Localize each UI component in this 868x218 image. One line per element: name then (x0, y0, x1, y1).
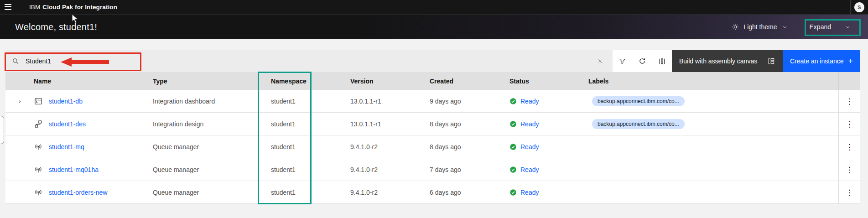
create-instance-button[interactable]: Create an instance + (783, 50, 860, 72)
row-overflow-menu[interactable]: ⋮ (838, 90, 860, 113)
dashboard-icon (34, 97, 43, 106)
column-header-version[interactable]: Version (350, 78, 430, 85)
column-header-status[interactable]: Status (509, 78, 588, 85)
header-user-area: S (850, 0, 868, 15)
table-toolbar: Student1 (5, 50, 860, 72)
build-button-label: Build with assembly canvas (679, 57, 757, 65)
queue-manager-icon (34, 165, 43, 174)
page-title: Welcome, student1! (15, 22, 97, 32)
status-ready-icon (509, 166, 517, 173)
expand-dropdown[interactable]: Expand (803, 20, 857, 34)
version-cell: 9.4.1.0-r2 (350, 166, 430, 173)
search-icon (5, 57, 26, 65)
instances-table: Name Type Namespace Version Created Stat… (5, 72, 860, 204)
namespace-cell: student1 (271, 189, 350, 196)
chevron-down-icon (845, 24, 851, 30)
table-row: student1-des Integration design student1… (5, 113, 860, 135)
table-action-icons (613, 50, 672, 72)
type-cell: Queue manager (153, 189, 271, 196)
version-cell: 9.4.1.0-r2 (350, 143, 430, 151)
banner-controls: Light theme Expand (732, 15, 857, 39)
type-cell: Queue manager (153, 143, 271, 151)
row-overflow-menu[interactable]: ⋮ (838, 113, 860, 135)
status-link[interactable]: Ready (520, 143, 539, 151)
column-header-name[interactable]: Name (34, 78, 153, 85)
chevron-right-icon (17, 99, 22, 104)
instance-link[interactable]: student1-des (49, 120, 86, 128)
created-cell: 8 days ago (430, 120, 509, 128)
type-cell: Integration design (153, 120, 271, 128)
row-overflow-menu[interactable]: ⋮ (838, 135, 860, 158)
search-input[interactable]: Student1 (5, 50, 613, 72)
status-link[interactable]: Ready (520, 120, 539, 128)
type-cell: Queue manager (153, 166, 271, 173)
row-expand-button[interactable] (5, 99, 34, 104)
brand-prefix: IBM (29, 4, 40, 10)
hamburger-menu-icon[interactable] (0, 0, 22, 15)
refresh-icon (638, 57, 646, 65)
status-ready-icon (509, 189, 517, 196)
queue-manager-icon (34, 142, 43, 151)
columns-icon (658, 57, 666, 65)
column-header-labels[interactable]: Labels (588, 78, 838, 85)
clear-search-icon[interactable] (591, 50, 610, 72)
instance-link[interactable]: student1-mq01ha (49, 166, 99, 173)
label-tag[interactable]: backup.appconnect.ibm.com/co... (592, 119, 685, 129)
queue-manager-icon (34, 188, 43, 197)
instance-link[interactable]: student1-orders-new (49, 189, 107, 196)
column-header-namespace[interactable]: Namespace (271, 78, 350, 85)
row-overflow-menu[interactable]: ⋮ (838, 158, 860, 181)
kebab-icon: ⋮ (846, 120, 853, 128)
table-row: student1-mq01ha Queue manager student1 9… (5, 158, 860, 181)
version-cell: 13.0.1.1-r1 (350, 120, 430, 128)
create-button-label: Create an instance (790, 57, 844, 65)
column-header-created[interactable]: Created (430, 78, 509, 85)
sun-icon (732, 23, 739, 31)
type-cell: Integration dashboard (153, 98, 271, 105)
kebab-icon: ⋮ (846, 166, 853, 174)
search-value: Student1 (26, 57, 51, 65)
status-link[interactable]: Ready (520, 98, 539, 105)
filter-button[interactable] (613, 50, 632, 72)
refresh-button[interactable] (632, 50, 652, 72)
status-link[interactable]: Ready (520, 166, 539, 173)
created-cell: 6 days ago (430, 189, 509, 196)
version-cell: 13.0.1.1-r1 (350, 98, 430, 105)
table-row: student1-orders-new Queue manager studen… (5, 181, 860, 204)
app-title: IBMCloud Pak for Integration (29, 4, 117, 10)
kebab-icon: ⋮ (846, 98, 853, 105)
row-overflow-menu[interactable]: ⋮ (838, 181, 860, 204)
table-row: student1-mq Queue manager student1 9.4.1… (5, 135, 860, 158)
status-ready-icon (509, 143, 517, 151)
namespace-cell: student1 (271, 166, 350, 173)
build-assembly-canvas-button[interactable]: Build with assembly canvas (672, 50, 783, 72)
table-header-row: Name Type Namespace Version Created Stat… (5, 72, 860, 90)
created-cell: 9 days ago (430, 98, 509, 105)
kebab-icon: ⋮ (846, 143, 853, 151)
user-avatar[interactable]: S (854, 2, 864, 12)
theme-switcher[interactable]: Light theme (732, 23, 787, 31)
welcome-banner: Welcome, student1! Light theme (0, 15, 868, 39)
global-header: IBMCloud Pak for Integration S (0, 0, 868, 15)
instance-link[interactable]: student1-mq (49, 143, 84, 151)
namespace-cell: student1 (271, 143, 350, 151)
app-window: IBMCloud Pak for Integration S Welcome, … (0, 0, 868, 218)
filter-icon (619, 57, 626, 65)
theme-label: Light theme (743, 23, 777, 31)
label-tag[interactable]: backup.appconnect.ibm.com/co... (592, 96, 685, 106)
namespace-cell: student1 (271, 98, 350, 105)
design-icon (34, 119, 43, 129)
status-ready-icon (509, 98, 517, 105)
status-link[interactable]: Ready (520, 189, 539, 196)
version-cell: 9.4.1.0-r2 (350, 189, 430, 196)
chevron-down-icon (782, 24, 788, 30)
status-ready-icon (509, 120, 517, 128)
column-header-type[interactable]: Type (153, 78, 271, 85)
expand-label: Expand (810, 23, 831, 31)
kebab-icon: ⋮ (846, 189, 853, 197)
created-cell: 7 days ago (430, 166, 509, 173)
instance-link[interactable]: student1-db (49, 98, 83, 105)
column-settings-button[interactable] (652, 50, 672, 72)
side-panel-handle[interactable] (0, 116, 4, 144)
assembly-canvas-icon (767, 57, 775, 65)
